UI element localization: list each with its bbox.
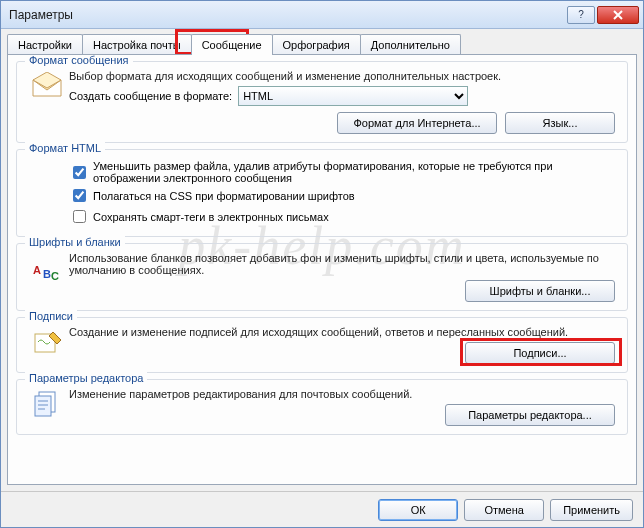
apply-button[interactable]: Применить [550, 499, 633, 521]
tabs: Настройки Настройка почты Сообщение Орфо… [1, 29, 643, 54]
tab-spelling[interactable]: Орфография [272, 34, 361, 55]
svg-text:B: B [43, 268, 51, 280]
titlebar: Параметры ? [1, 1, 643, 29]
group-editor: Параметры редактора Изменение параметров… [16, 379, 628, 435]
window-title: Параметры [9, 8, 565, 22]
envelope-icon [31, 72, 63, 98]
create-format-label: Создать сообщение в формате: [69, 90, 232, 102]
group-label: Формат сообщения [25, 54, 133, 66]
language-button[interactable]: Язык... [505, 112, 615, 134]
tab-message[interactable]: Сообщение [191, 34, 273, 55]
tab-mail-setup[interactable]: Настройка почты [82, 34, 192, 55]
dialog-footer: ОК Отмена Применить [1, 491, 643, 527]
group-signatures: Подписи Создание и изменение подписей дл… [16, 317, 628, 373]
group-label: Параметры редактора [25, 372, 147, 384]
content-area: pk-help.com Формат сообщения Выбор форма… [7, 54, 637, 485]
signature-icon [31, 328, 63, 356]
sig-desc: Создание и изменение подписей для исходя… [69, 326, 619, 338]
editor-desc: Изменение параметров редактирования для … [69, 388, 619, 400]
group-message-format: Формат сообщения Выбор формата для исход… [16, 61, 628, 143]
options-dialog: Параметры ? Настройки Настройка почты Со… [0, 0, 644, 528]
cancel-button[interactable]: Отмена [464, 499, 544, 521]
cb-rely-css[interactable] [73, 189, 86, 202]
group-html-format: Формат HTML Уменьшить размер файла, удал… [16, 149, 628, 237]
fonts-desc: Использование бланков позволяет добавить… [69, 252, 619, 276]
tab-settings[interactable]: Настройки [7, 34, 83, 55]
format-combo[interactable]: HTML [238, 86, 468, 106]
cb-reduce-size-label: Уменьшить размер файла, удалив атрибуты … [93, 160, 619, 184]
format-desc: Выбор формата для исходящих сообщений и … [69, 70, 619, 82]
tab-advanced[interactable]: Дополнительно [360, 34, 461, 55]
cb-rely-css-label: Полагаться на CSS при форматировании шри… [93, 190, 355, 202]
signatures-button[interactable]: Подписи... [465, 342, 615, 364]
internet-format-button[interactable]: Формат для Интернета... [337, 112, 497, 134]
group-label: Формат HTML [25, 142, 105, 154]
close-button[interactable] [597, 6, 639, 24]
close-icon [612, 10, 624, 20]
svg-text:A: A [33, 264, 41, 276]
group-fonts: Шрифты и бланки A B C Использование блан… [16, 243, 628, 311]
cb-smart-tags-label: Сохранять смарт-теги в электронных письм… [93, 211, 329, 223]
group-label: Шрифты и бланки [25, 236, 125, 248]
ok-button[interactable]: ОК [378, 499, 458, 521]
group-label: Подписи [25, 310, 77, 322]
fonts-icon: A B C [31, 254, 63, 282]
svg-rect-7 [35, 396, 51, 416]
cb-reduce-size[interactable] [73, 166, 86, 179]
fonts-button[interactable]: Шрифты и бланки... [465, 280, 615, 302]
cb-smart-tags[interactable] [73, 210, 86, 223]
editor-icon [31, 390, 63, 418]
svg-text:C: C [51, 270, 59, 282]
editor-options-button[interactable]: Параметры редактора... [445, 404, 615, 426]
help-button[interactable]: ? [567, 6, 595, 24]
